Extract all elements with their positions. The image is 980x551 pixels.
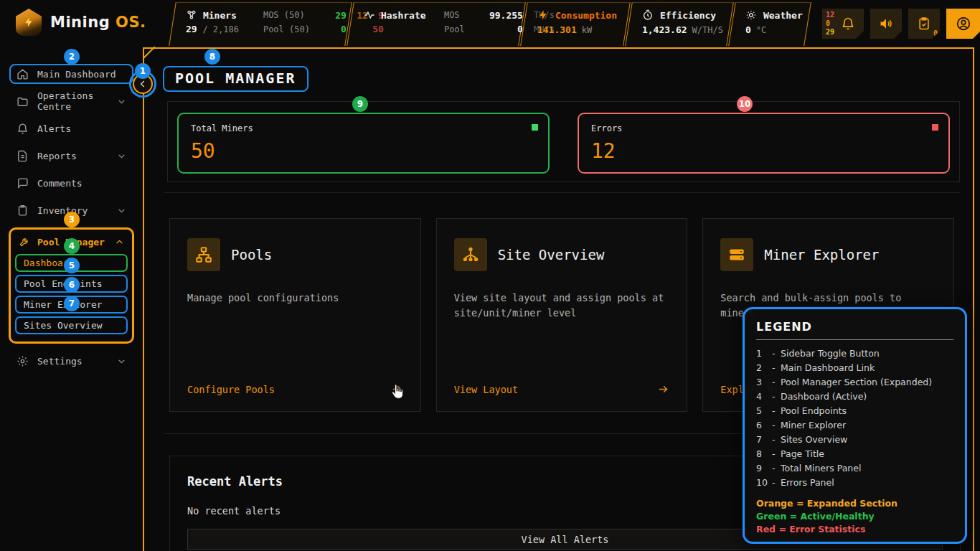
miners-current: 29	[186, 24, 197, 34]
miners-label: Miners	[203, 10, 237, 21]
card-description: Manage pool configurations	[187, 291, 403, 306]
legend-divider	[756, 339, 953, 340]
consumption-value: 141.301	[537, 24, 577, 35]
stat-label: Total Miners	[191, 123, 536, 133]
notifications-button[interactable]: 12 0 29	[822, 9, 864, 39]
chevron-down-icon	[117, 357, 126, 366]
sidebar-item-label: Main Dashboard	[37, 69, 116, 80]
pools-hierarchy-icon	[194, 245, 213, 264]
legend-color-keys: Orange = Expanded Section Green = Active…	[756, 497, 953, 536]
efficiency-icon	[642, 9, 654, 21]
stat-label: Errors	[591, 123, 936, 133]
stats-row: Total Miners 50 Errors 12	[167, 101, 960, 182]
sidebar-subitem-label: Pool Endpoints	[24, 278, 103, 289]
legend-item: 10-Errors Panel	[756, 476, 953, 490]
bell-icon	[841, 17, 855, 31]
card-title: Miner Explorer	[764, 247, 879, 263]
hashrate-icon	[364, 9, 375, 21]
card-title: Site Overview	[498, 247, 605, 263]
legend-item: 8-Page Title	[756, 447, 953, 461]
card-description: View site layout and assign pools at sit…	[454, 291, 670, 321]
weather-icon	[745, 9, 757, 21]
app-root: Mining OS. Miners MOS (50) 29 12 9 29	[0, 0, 980, 551]
chevron-left-icon	[138, 79, 148, 89]
annotation-badge-1: 1	[135, 63, 151, 79]
file-text-icon	[17, 150, 29, 162]
sidebar-item-settings[interactable]: Settings	[9, 351, 133, 371]
tasks-button[interactable]: 0	[908, 9, 940, 39]
efficiency-value: 1,423.62	[642, 24, 687, 35]
header-hashrate-panel: Hashrate MOS 99.255 TH/s Pool 0 MH/s	[347, 2, 526, 46]
tasks-badge: 0	[933, 29, 938, 37]
notification-counts: 12 0 29	[826, 11, 834, 37]
hashrate-label: Hashrate	[381, 10, 426, 21]
card-icon-tile	[454, 238, 487, 271]
folder-icon	[17, 95, 29, 108]
site-tree-icon	[461, 245, 480, 264]
top-header: Mining OS. Miners MOS (50) 29 12 9 29	[0, 0, 980, 47]
annotation-badge-6: 6	[64, 277, 80, 293]
sidebar-item-main-dashboard[interactable]: Main Dashboard	[9, 64, 133, 84]
home-icon	[17, 68, 29, 80]
user-icon	[956, 16, 971, 32]
legend-overlay: LEGEND 1-Sidebar Toggle Button 2-Main Da…	[743, 307, 967, 544]
sidebar-item-comments[interactable]: Comments	[9, 173, 133, 193]
miners-online: 29	[325, 10, 347, 21]
pools-card: Pools Manage pool configurations Configu…	[169, 218, 421, 412]
sidebar-item-alerts[interactable]: Alerts	[9, 118, 133, 138]
sidebar-item-reports[interactable]: Reports	[9, 146, 133, 166]
sidebar-subitem-sites-overview[interactable]: Sites Overview	[15, 316, 128, 334]
miners-icon	[186, 9, 197, 21]
efficiency-unit: W/TH/S	[692, 25, 723, 35]
clipboard-icon	[17, 204, 29, 217]
hashrate-mos-value: 99.255	[477, 10, 523, 21]
legend-item: 5-Pool Endpoints	[756, 404, 953, 418]
legend-key-orange: Orange = Expanded Section	[756, 497, 953, 510]
sidebar-item-label: Operations Centre	[37, 90, 108, 112]
chevron-down-icon	[117, 151, 126, 161]
sidebar-item-label: Inventory	[37, 205, 88, 216]
sound-button[interactable]	[870, 9, 902, 39]
header-weather-panel: Weather 0 °C	[728, 2, 811, 46]
brand-name: Mining OS.	[50, 14, 146, 31]
header-miners-panel: Miners MOS (50) 29 12 9 29 / 2,186 Pool …	[169, 2, 352, 46]
miners-pool-ok: 0	[325, 24, 347, 34]
efficiency-label: Efficiency	[660, 10, 716, 21]
configure-pools-link[interactable]: Configure Pools	[187, 383, 403, 395]
speaker-icon	[879, 17, 893, 31]
consumption-label: Consumption	[555, 10, 617, 21]
legend-key-red: Red = Error Statistics	[756, 523, 953, 536]
hashrate-pool-value: 0	[477, 24, 523, 34]
clipboard-check-icon	[917, 17, 931, 31]
annotation-badge-10: 10	[737, 96, 753, 112]
stat-value: 12	[591, 139, 936, 163]
annotation-badge-3: 3	[64, 212, 80, 227]
weather-label: Weather	[763, 10, 803, 21]
account-button[interactable]	[946, 9, 980, 39]
miners-mos-label: MOS (50)	[263, 10, 325, 20]
miners-total: / 2,186	[202, 24, 239, 34]
legend-title: LEGEND	[756, 320, 953, 334]
annotation-badge-5: 5	[64, 258, 80, 273]
errors-panel: Errors 12	[578, 113, 950, 174]
divider	[164, 192, 961, 193]
view-layout-link[interactable]: View Layout	[454, 383, 670, 395]
header-actions: 12 0 29 0	[822, 9, 980, 39]
chat-icon	[17, 177, 29, 189]
card-title: Pools	[231, 247, 272, 263]
consumption-unit: kW	[582, 25, 592, 35]
mouse-cursor	[390, 383, 405, 400]
sidebar-item-operations-centre[interactable]: Operations Centre	[9, 91, 133, 111]
header-consumption-panel: Consumption 141.301 kW	[520, 2, 631, 46]
sidebar-item-label: Comments	[37, 178, 83, 189]
annotation-badge-2: 2	[64, 49, 80, 65]
sidebar-subitem-label: Sites Overview	[24, 320, 103, 331]
legend-item: 3-Pool Manager Section (Expanded)	[756, 375, 953, 390]
chevron-down-icon	[117, 206, 126, 215]
legend-item: 7-Sites Overview	[756, 433, 953, 447]
logo-icon	[16, 9, 42, 36]
legend-item: 2-Main Dashboard Link	[756, 361, 953, 375]
annotation-badge-9: 9	[352, 96, 368, 112]
hashrate-mos-label: MOS	[444, 10, 477, 20]
legend-item: 1-Sidebar Toggle Button	[756, 347, 953, 361]
